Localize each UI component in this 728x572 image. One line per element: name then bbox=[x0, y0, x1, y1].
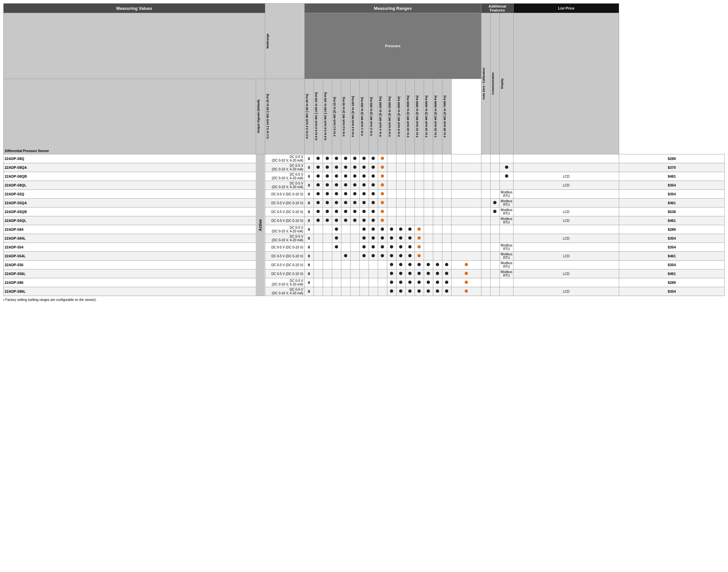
range-dot-16 bbox=[481, 287, 490, 296]
range-dot-13 bbox=[433, 287, 442, 296]
range-dot-8 bbox=[387, 181, 396, 190]
auto-zero-value bbox=[490, 278, 500, 287]
range-dot-4 bbox=[350, 172, 359, 181]
table-row: 22ADP-554LDC 0-5 V (DC 0-10 V)8Modbus RT… bbox=[4, 252, 725, 261]
range-dot-10 bbox=[405, 172, 414, 181]
range-dot-4 bbox=[350, 243, 359, 252]
range-dot-4 bbox=[350, 208, 359, 216]
range-dot-7 bbox=[378, 190, 387, 199]
range-dot-13 bbox=[433, 243, 442, 252]
range-dot-4 bbox=[350, 154, 359, 163]
range-dot-15 bbox=[451, 163, 481, 172]
multirange-value: 8 bbox=[304, 252, 314, 261]
range-dot-13 bbox=[433, 208, 442, 216]
range-dot-0 bbox=[314, 154, 323, 163]
auto-zero-value bbox=[490, 154, 500, 163]
list-price-value: $461 bbox=[619, 270, 725, 278]
range-dot-1 bbox=[323, 163, 332, 172]
output-signals: DC 0-5 V (DC 0-10 V, 4-20 mA) bbox=[265, 225, 304, 234]
pressure-header: Pressure bbox=[304, 13, 481, 79]
range-dot-11 bbox=[414, 154, 424, 163]
range-dot-8 bbox=[387, 154, 396, 163]
multirange-value: 8 bbox=[304, 199, 314, 208]
range-dot-13 bbox=[433, 234, 442, 243]
range-dot-0 bbox=[314, 225, 323, 234]
range-dot-0 bbox=[314, 234, 323, 243]
range-dot-9 bbox=[396, 208, 405, 216]
display-value: LCD bbox=[514, 234, 619, 243]
range-dot-11 bbox=[414, 287, 424, 296]
list-price-header: List Price bbox=[514, 4, 619, 13]
list-price-value: $370 bbox=[619, 163, 725, 172]
range-dot-16 bbox=[481, 225, 490, 234]
range-dot-1 bbox=[323, 270, 332, 278]
display-value: LCD bbox=[514, 208, 619, 216]
communication-value: Modbus RTU bbox=[500, 252, 514, 261]
pressure-range-11-header: 0 to 8 inch WC [0 to 2000 Pa] bbox=[396, 79, 405, 154]
sensor-name: 22ADP-55Q bbox=[4, 190, 256, 199]
range-dot-14 bbox=[442, 216, 451, 225]
range-dot-3 bbox=[341, 234, 350, 243]
table-row: 22ADP-556LDC 0-5 V (DC 0-10 V)8Modbus RT… bbox=[4, 270, 725, 278]
display-value bbox=[514, 243, 619, 252]
range-dot-0 bbox=[314, 216, 323, 225]
list-price-value: $481 bbox=[619, 172, 725, 181]
output-signals: DC 0-5 V (DC 0-10 V, 4-20 mA) bbox=[265, 234, 304, 243]
range-dot-10 bbox=[405, 190, 414, 199]
range-dot-13 bbox=[433, 172, 442, 181]
range-dot-8 bbox=[387, 172, 396, 181]
range-dot-12 bbox=[424, 190, 433, 199]
range-dot-8 bbox=[387, 163, 396, 172]
communication-value bbox=[500, 163, 514, 172]
table-row: 22ADP-586DC 0-5 V (DC 0-10 V, 4-20 mA)8$… bbox=[4, 278, 725, 287]
sensor-name: 22ADP-586L bbox=[4, 287, 256, 296]
sensor-name: 22ADP-55QB bbox=[4, 208, 256, 216]
range-dot-1 bbox=[323, 208, 332, 216]
sensor-name: 22ADP-58QL bbox=[4, 181, 256, 190]
range-dot-12 bbox=[424, 287, 433, 296]
range-dot-14 bbox=[442, 190, 451, 199]
range-dot-6 bbox=[369, 154, 378, 163]
range-dot-2 bbox=[332, 252, 341, 261]
range-dot-16 bbox=[481, 199, 490, 208]
range-dot-9 bbox=[396, 190, 405, 199]
range-dot-2 bbox=[332, 154, 341, 163]
range-dot-8 bbox=[387, 225, 396, 234]
pressure-range-8-header: 0 to 2 inch WC [0 to 500 Pa] bbox=[369, 79, 378, 154]
range-dot-10 bbox=[405, 163, 414, 172]
multirange-value: 8 bbox=[304, 172, 314, 181]
table-row: 22ADP-556DC 0-5 V (DC 0-10 V)8Modbus RTU… bbox=[4, 261, 725, 270]
communication-value: Modbus RTU bbox=[500, 216, 514, 225]
range-dot-7 bbox=[378, 278, 387, 287]
range-dot-3 bbox=[341, 278, 350, 287]
pressure-range-5-header: 0 to 0.2 inch WC [0 to 50 Pa] bbox=[341, 79, 350, 154]
table-row: 22ADP-58QBDC 0-5 V (DC 0-10 V, 4-20 mA)8… bbox=[4, 172, 725, 181]
range-dot-10 bbox=[405, 261, 414, 270]
range-dot-16 bbox=[481, 181, 490, 190]
range-dot-7 bbox=[378, 243, 387, 252]
range-dot-9 bbox=[396, 172, 405, 181]
multirange-value: 8 bbox=[304, 216, 314, 225]
range-dot-3 bbox=[341, 261, 350, 270]
output-signals: DC 0-5 V (DC 0-10 V) bbox=[265, 216, 304, 225]
display-value: LCD bbox=[514, 172, 619, 181]
range-dot-15 bbox=[451, 154, 481, 163]
range-dot-9 bbox=[396, 181, 405, 190]
range-dot-15 bbox=[451, 216, 481, 225]
multirange-value: 8 bbox=[304, 243, 314, 252]
range-dot-9 bbox=[396, 199, 405, 208]
range-dot-5 bbox=[359, 172, 369, 181]
range-dot-8 bbox=[387, 287, 396, 296]
range-dot-16 bbox=[481, 270, 490, 278]
list-price-value: $354 bbox=[619, 181, 725, 190]
range-dot-12 bbox=[424, 234, 433, 243]
communication-value bbox=[500, 278, 514, 287]
list-price-value: $538 bbox=[619, 208, 725, 216]
pressure-range-1-header: -0.2 to 0.2 inch WC [-50 to 50 Pa] bbox=[304, 79, 314, 154]
list-price-subheader bbox=[514, 13, 619, 154]
sensor-name: 22ADP-584L bbox=[4, 234, 256, 243]
range-dot-5 bbox=[359, 234, 369, 243]
range-dot-16 bbox=[481, 252, 490, 261]
range-dot-12 bbox=[424, 261, 433, 270]
range-dot-5 bbox=[359, 225, 369, 234]
